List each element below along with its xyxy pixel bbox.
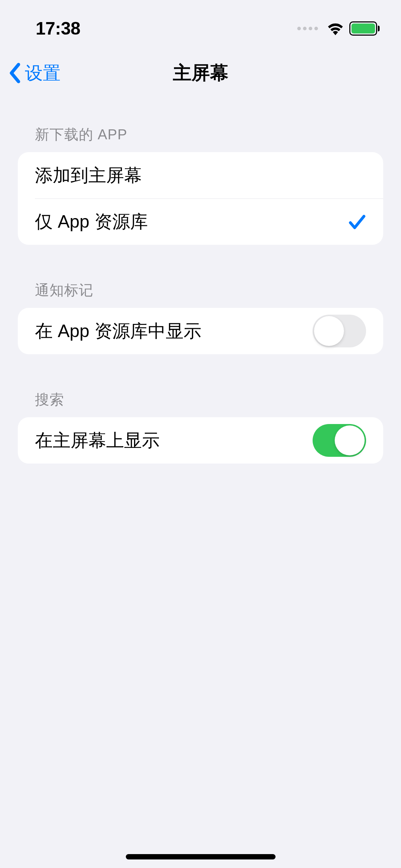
back-label: 设置 bbox=[25, 61, 61, 85]
row-show-in-library: 在 App 资源库中显示 bbox=[18, 308, 383, 354]
chevron-left-icon bbox=[9, 62, 21, 84]
toggle-show-in-library[interactable] bbox=[313, 315, 366, 347]
page-title: 主屏幕 bbox=[173, 61, 228, 86]
option-label: 仅 App 资源库 bbox=[35, 210, 148, 234]
group-badges: 在 App 资源库中显示 bbox=[18, 308, 383, 354]
status-bar: 17:38 bbox=[0, 0, 401, 50]
home-indicator[interactable] bbox=[126, 854, 276, 859]
section-search: 搜索 在主屏幕上显示 bbox=[18, 390, 383, 464]
option-add-to-home[interactable]: 添加到主屏幕 bbox=[18, 152, 383, 198]
battery-icon bbox=[349, 21, 380, 36]
section-new-apps: 新下载的 APP 添加到主屏幕 仅 App 资源库 bbox=[18, 125, 383, 245]
group-new-apps: 添加到主屏幕 仅 App 资源库 bbox=[18, 152, 383, 245]
status-indicators bbox=[297, 21, 380, 36]
navigation-bar: 设置 主屏幕 bbox=[0, 50, 401, 96]
group-search: 在主屏幕上显示 bbox=[18, 417, 383, 464]
section-header-new-apps: 新下载的 APP bbox=[18, 125, 383, 144]
back-button[interactable]: 设置 bbox=[9, 61, 61, 85]
content-area: 新下载的 APP 添加到主屏幕 仅 App 资源库 通知标记 在 App 资源库… bbox=[0, 125, 401, 464]
toggle-show-on-home[interactable] bbox=[313, 424, 366, 457]
section-badges: 通知标记 在 App 资源库中显示 bbox=[18, 280, 383, 354]
wifi-icon bbox=[327, 22, 344, 35]
row-label: 在主屏幕上显示 bbox=[35, 429, 160, 453]
cellular-dots-icon bbox=[297, 27, 318, 30]
checkmark-icon bbox=[348, 213, 366, 231]
option-app-library-only[interactable]: 仅 App 资源库 bbox=[35, 198, 383, 245]
row-label: 在 App 资源库中显示 bbox=[35, 319, 201, 343]
row-show-on-home: 在主屏幕上显示 bbox=[18, 417, 383, 464]
option-label: 添加到主屏幕 bbox=[35, 164, 142, 187]
status-time: 17:38 bbox=[36, 18, 80, 39]
section-header-badges: 通知标记 bbox=[18, 280, 383, 300]
section-header-search: 搜索 bbox=[18, 390, 383, 409]
